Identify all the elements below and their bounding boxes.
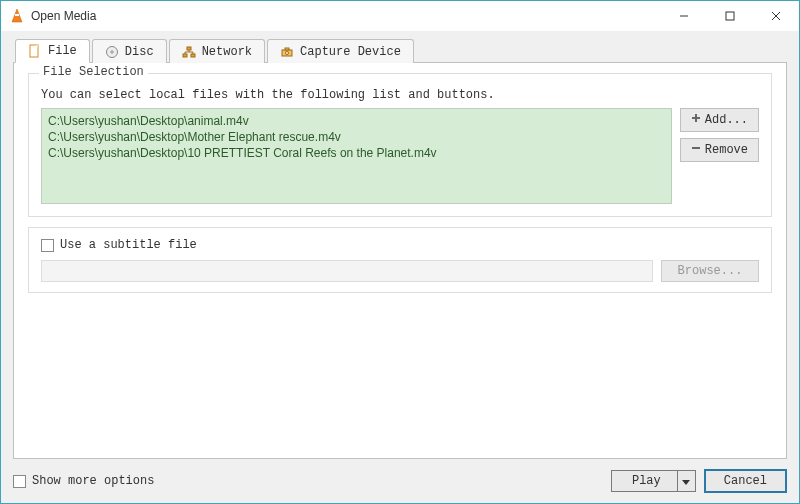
svg-rect-1 — [15, 14, 19, 16]
capture-icon — [280, 45, 294, 59]
svg-rect-3 — [726, 12, 734, 20]
svg-rect-10 — [183, 54, 187, 57]
tab-label: Capture Device — [300, 45, 401, 59]
show-more-checkbox[interactable] — [13, 475, 26, 488]
play-label: Play — [632, 474, 661, 488]
play-button[interactable]: Play — [611, 470, 678, 492]
list-item[interactable]: C:\Users\yushan\Desktop\Mother Elephant … — [48, 129, 665, 145]
svg-point-9 — [111, 50, 113, 52]
window-title: Open Media — [31, 9, 661, 23]
disc-icon — [105, 45, 119, 59]
browse-button: Browse... — [661, 260, 759, 282]
svg-rect-12 — [187, 47, 191, 50]
tab-file[interactable]: File — [15, 39, 90, 63]
network-icon — [182, 45, 196, 59]
add-button[interactable]: Add... — [680, 108, 759, 132]
browse-label: Browse... — [678, 264, 743, 278]
subtitle-checkbox[interactable] — [41, 239, 54, 252]
svg-marker-23 — [682, 480, 690, 485]
svg-rect-18 — [285, 48, 289, 50]
tab-label: File — [48, 44, 77, 58]
chevron-down-icon — [682, 474, 690, 488]
list-item[interactable]: C:\Users\yushan\Desktop\animal.m4v — [48, 113, 665, 129]
file-selection-legend: File Selection — [39, 65, 148, 79]
tab-disc[interactable]: Disc — [92, 39, 167, 63]
remove-button[interactable]: Remove — [680, 138, 759, 162]
tabbar: File Disc Network Capture Device — [13, 39, 787, 63]
titlebar: Open Media — [1, 1, 799, 31]
content-area: File Disc Network Capture Device — [1, 31, 799, 463]
tab-label: Disc — [125, 45, 154, 59]
tab-capture[interactable]: Capture Device — [267, 39, 414, 63]
show-more-label: Show more options — [32, 474, 154, 488]
play-dropdown[interactable] — [678, 470, 696, 492]
cancel-button[interactable]: Cancel — [704, 469, 787, 493]
file-list[interactable]: C:\Users\yushan\Desktop\animal.m4v C:\Us… — [41, 108, 672, 204]
open-media-dialog: Open Media File Disc — [0, 0, 800, 504]
file-selection-fieldset: File Selection You can select local file… — [28, 73, 772, 217]
tab-label: Network — [202, 45, 252, 59]
remove-label: Remove — [705, 143, 748, 157]
minimize-button[interactable] — [661, 1, 707, 31]
close-button[interactable] — [753, 1, 799, 31]
file-selection-hint: You can select local files with the foll… — [41, 88, 759, 102]
play-button-group: Play — [611, 470, 696, 492]
subtitle-checkbox-label: Use a subtitle file — [60, 238, 197, 252]
footer: Show more options Play Cancel — [1, 463, 799, 503]
subtitle-fieldset: Use a subtitle file Browse... — [28, 227, 772, 293]
cancel-label: Cancel — [724, 474, 767, 488]
add-label: Add... — [705, 113, 748, 127]
plus-icon — [691, 113, 701, 127]
subtitle-path-input — [41, 260, 653, 282]
maximize-button[interactable] — [707, 1, 753, 31]
app-icon — [9, 8, 25, 24]
tab-network[interactable]: Network — [169, 39, 265, 63]
list-item[interactable]: C:\Users\yushan\Desktop\10 PRETTIEST Cor… — [48, 145, 665, 161]
svg-rect-11 — [191, 54, 195, 57]
file-icon — [28, 44, 42, 58]
file-panel: File Selection You can select local file… — [13, 62, 787, 459]
minus-icon — [691, 143, 701, 157]
svg-point-19 — [286, 51, 289, 54]
